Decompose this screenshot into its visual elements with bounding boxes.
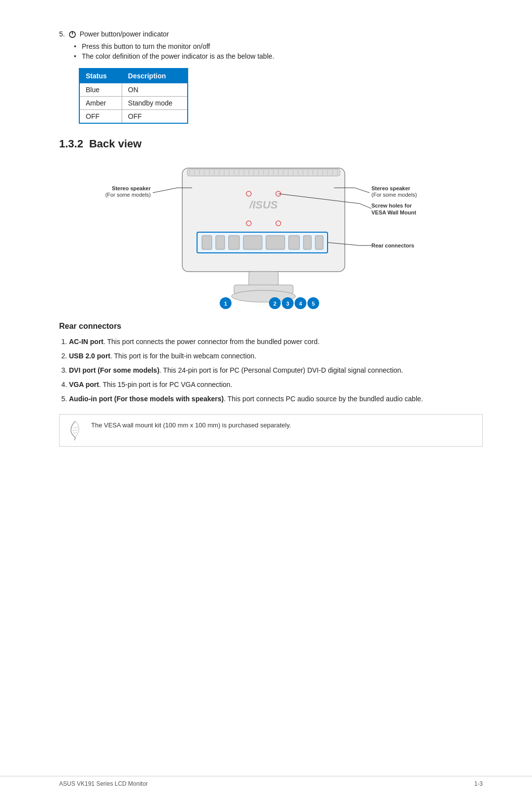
note-box: The VESA wall mount kit (100 mm x 100 mm… (59, 414, 483, 447)
table-row: Amber Standby mode (79, 97, 188, 110)
footer: ASUS VK191 Series LCD Monitor 1-3 (0, 776, 532, 787)
svg-rect-42 (216, 236, 225, 249)
list-item-4: VGA port. This 15-pin port is for PC VGA… (69, 380, 483, 390)
svg-rect-43 (229, 236, 239, 249)
rear-connectors-list: AC-IN port. This port connects the power… (69, 337, 483, 404)
back-view-section: 1.3.2 Back view (59, 138, 483, 447)
svg-text:VESA Wall Mount: VESA Wall Mount (371, 209, 416, 215)
item2-bold: USB 2.0 port (69, 352, 110, 360)
power-icon (68, 30, 77, 38)
status-table-container: Status Description Blue ON Amber Standby… (79, 68, 483, 124)
power-item-number: 5. Power button/power indicator (59, 30, 483, 38)
svg-line-78 (72, 430, 78, 431)
rear-connectors-heading: Rear connectors (59, 322, 483, 331)
svg-text:Rear connectors: Rear connectors (371, 243, 414, 248)
bullet-2: The color definition of the power indica… (74, 52, 483, 60)
bullet-1: Press this button to turn the monitor on… (74, 42, 483, 50)
back-view-svg: /ISUS (103, 159, 438, 312)
back-view-diagram: /ISUS (59, 159, 483, 312)
list-item-2: USB 2.0 port. This port is for the built… (69, 351, 483, 361)
item4-bold: VGA port (69, 381, 99, 388)
svg-line-71 (360, 204, 371, 209)
svg-text:/ISUS: /ISUS (249, 199, 278, 211)
svg-rect-41 (202, 236, 212, 249)
svg-rect-46 (289, 236, 299, 249)
note-feather-icon (66, 419, 84, 441)
item2-text: . This port is for the built-in webcam c… (110, 352, 256, 360)
svg-rect-44 (243, 236, 262, 249)
item5-bold: Audio-in port (For those models with spe… (69, 395, 224, 403)
status-amber: Amber (79, 97, 122, 110)
svg-rect-45 (266, 236, 285, 249)
item3-text: . This 24-pin port is for PC (Personal C… (160, 366, 403, 374)
desc-on: ON (122, 83, 188, 97)
svg-line-67 (355, 188, 369, 193)
svg-text:1: 1 (224, 301, 227, 307)
item4-text: . This 15-pin port is for PC VGA connect… (99, 381, 233, 388)
item5-text: . This port connects PC audio source by … (224, 395, 423, 403)
table-header-status: Status (79, 69, 122, 83)
table-row: Blue ON (79, 83, 188, 97)
svg-text:2: 2 (273, 301, 276, 307)
desc-standby: Standby mode (122, 97, 188, 110)
list-item-5: Audio-in port (For those models with spe… (69, 394, 483, 404)
svg-rect-47 (303, 236, 311, 249)
svg-text:Stereo speaker: Stereo speaker (371, 185, 411, 191)
svg-rect-2 (182, 168, 345, 272)
item1-bold: AC-IN port (69, 338, 103, 346)
svg-text:Screw holes for: Screw holes for (371, 203, 412, 209)
svg-rect-49 (249, 272, 278, 286)
svg-text:5: 5 (312, 301, 315, 307)
svg-text:Stereo speaker: Stereo speaker (112, 185, 151, 191)
status-off: OFF (79, 110, 122, 124)
svg-line-63 (153, 188, 177, 193)
table-row: OFF OFF (79, 110, 188, 124)
svg-text:4: 4 (299, 301, 302, 307)
svg-text:3: 3 (286, 301, 289, 307)
status-table: Status Description Blue ON Amber Standby… (79, 68, 188, 124)
table-header-description: Description (122, 69, 188, 83)
svg-text:(For some models): (For some models) (371, 192, 417, 198)
svg-rect-48 (315, 236, 323, 249)
svg-line-79 (73, 432, 77, 433)
page-content: 5. Power button/power indicator Press th… (0, 0, 532, 486)
power-section: 5. Power button/power indicator Press th… (59, 30, 483, 124)
item3-bold: DVI port (For some models) (69, 366, 160, 374)
footer-left: ASUS VK191 Series LCD Monitor (59, 780, 148, 787)
desc-off: OFF (122, 110, 188, 124)
status-blue: Blue (79, 83, 122, 97)
note-text: The VESA wall mount kit (100 mm x 100 mm… (91, 419, 291, 429)
power-bullets: Press this button to turn the monitor on… (74, 42, 483, 60)
back-view-heading: 1.3.2 Back view (59, 138, 483, 150)
svg-line-77 (73, 427, 78, 428)
footer-right: 1-3 (474, 780, 483, 787)
svg-text:(For some models): (For some models) (105, 192, 151, 198)
list-item-1: AC-IN port. This port connects the power… (69, 337, 483, 347)
item1-text: . This port connects the power connector… (103, 338, 320, 346)
list-item-3: DVI port (For some models). This 24-pin … (69, 365, 483, 376)
